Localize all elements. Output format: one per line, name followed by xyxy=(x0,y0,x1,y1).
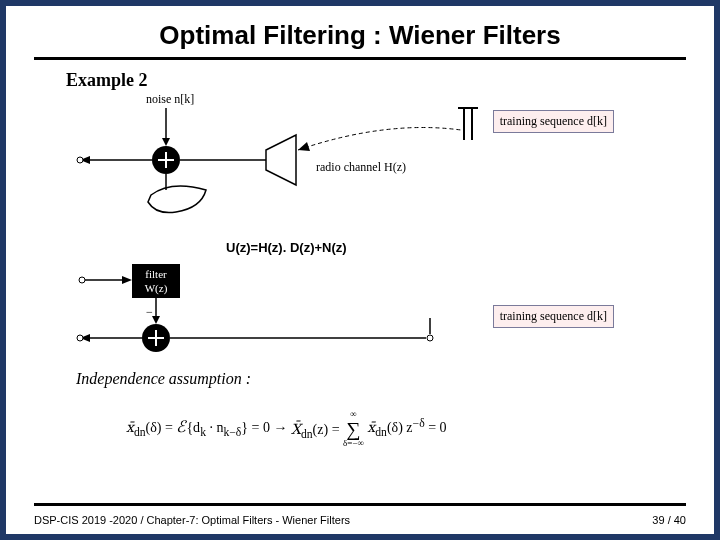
eq-sum-body-sub: dn xyxy=(375,426,387,439)
eq-rhs-var: X̄ xyxy=(291,422,301,437)
eq-rhs-arg: (z) = xyxy=(313,422,340,437)
content-area: Example 2 noise n[k] xyxy=(66,70,654,470)
signal-equation: U(z)=H(z). D(z)+N(z) xyxy=(226,240,347,255)
eq-inside: {d xyxy=(186,420,200,435)
rule-top xyxy=(34,57,686,60)
svg-point-28 xyxy=(427,335,433,341)
minus-sign: − xyxy=(146,305,153,319)
page-indicator: 39 / 40 xyxy=(652,514,686,526)
svg-marker-20 xyxy=(152,316,160,324)
eq-dot: · n xyxy=(206,420,224,435)
rule-bottom xyxy=(34,503,686,506)
eq-rhs-sub: dn xyxy=(301,428,313,441)
eq-sum: ∑ xyxy=(343,419,364,439)
slide-title: Optimal Filtering : Wiener Filters xyxy=(6,6,714,57)
svg-point-15 xyxy=(79,277,85,283)
eq-lhs-var: x̄ xyxy=(126,420,134,435)
footer-left: DSP-CIS 2019 -2020 / Chapter-7: Optimal … xyxy=(34,514,350,526)
diagram-upper xyxy=(66,100,526,244)
page-total: 40 xyxy=(674,514,686,526)
eq-expect: ℰ xyxy=(176,418,186,435)
equation-bottom: x̄dn(δ) = ℰ{dk · nk−δ} = 0 → X̄dn(z) = ∞… xyxy=(126,410,447,448)
eq-inside-kmd: k−δ xyxy=(223,426,241,439)
eq-lhs-arg: (δ) xyxy=(146,420,162,435)
svg-marker-17 xyxy=(122,276,132,284)
page-current: 39 xyxy=(652,514,664,526)
eq-sum-body-arg: (δ) z xyxy=(387,420,413,435)
eq-sum-bot: δ=−∞ xyxy=(343,439,364,448)
training-sequence-box-lower: training sequence d[k] xyxy=(493,305,614,328)
svg-marker-9 xyxy=(266,135,296,185)
svg-marker-10 xyxy=(298,142,310,151)
svg-point-7 xyxy=(77,157,83,163)
footer-chapter: Chapter-7: Optimal Filters - Wiener Filt… xyxy=(147,514,351,526)
filter-box-line1: filter xyxy=(145,268,167,280)
footer-course: DSP-CIS 2019 -2020 xyxy=(34,514,137,526)
page-sep: / xyxy=(665,514,674,526)
svg-marker-1 xyxy=(162,138,170,146)
eq-tail: = 0 xyxy=(425,420,447,435)
filter-box-line2: W(z) xyxy=(145,282,168,295)
footer-sep: / xyxy=(137,514,146,526)
diagram-upper-svg xyxy=(66,100,526,240)
independence-label: Independence assumption : xyxy=(76,370,251,388)
slide-body: Optimal Filtering : Wiener Filters Examp… xyxy=(6,6,714,534)
example-label: Example 2 xyxy=(66,70,654,91)
footer: DSP-CIS 2019 -2020 / Chapter-7: Optimal … xyxy=(34,514,686,526)
eq-close: } = 0 xyxy=(241,420,270,435)
eq-sum-body-exp: −δ xyxy=(413,417,425,430)
training-sequence-box-upper: training sequence d[k] xyxy=(493,110,614,133)
eq-arrow: → xyxy=(273,420,291,435)
svg-point-26 xyxy=(77,335,83,341)
eq-lhs-sub: dn xyxy=(134,426,146,439)
radio-channel-label: radio channel H(z) xyxy=(316,160,406,175)
